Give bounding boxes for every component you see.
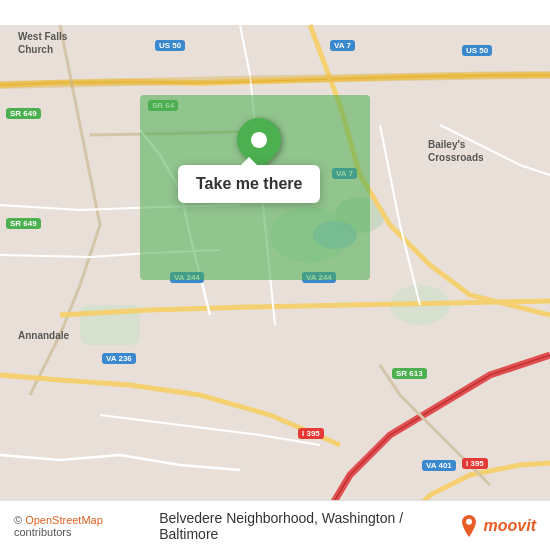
bottom-left-section: © OpenStreetMap contributors <box>14 514 159 538</box>
moovit-pin-icon <box>458 515 480 537</box>
va401-shield: VA 401 <box>422 460 456 471</box>
osm-attribution: © OpenStreetMap contributors <box>14 514 159 538</box>
bottom-bar: © OpenStreetMap contributors Belvedere N… <box>0 500 550 550</box>
callout-bubble[interactable]: Take me there <box>178 165 320 203</box>
us50-right-shield: US 50 <box>462 45 492 56</box>
osm-link[interactable]: OpenStreetMap <box>25 514 103 526</box>
west-falls-church-label: West Falls Church <box>18 30 67 56</box>
i395-bottom-shield: I 395 <box>298 428 324 439</box>
i395-right-shield: I 395 <box>462 458 488 469</box>
location-name-label: Belvedere Neighborhood, Washington / Bal… <box>159 510 457 542</box>
us50-top-shield: US 50 <box>155 40 185 51</box>
map-container: West Falls Church Bailey's Crossroads An… <box>0 0 550 550</box>
sr613-shield: SR 613 <box>392 368 427 379</box>
annandale-label: Annandale <box>18 330 69 341</box>
sr649-left-shield: SR 649 <box>6 108 41 119</box>
va236-shield: VA 236 <box>102 353 136 364</box>
location-pin <box>237 118 281 162</box>
moovit-brand-text: moovit <box>484 517 536 535</box>
moovit-logo: moovit <box>458 515 536 537</box>
osm-prefix: © <box>14 514 25 526</box>
osm-suffix: contributors <box>14 526 71 538</box>
sr649-left2-shield: SR 649 <box>6 218 41 229</box>
va7-top-shield: VA 7 <box>330 40 355 51</box>
pin-dot <box>251 132 267 148</box>
baileys-crossroads-label: Bailey's Crossroads <box>428 138 484 164</box>
pin-shape <box>228 109 290 171</box>
callout-text: Take me there <box>196 175 302 193</box>
svg-point-6 <box>466 518 472 524</box>
